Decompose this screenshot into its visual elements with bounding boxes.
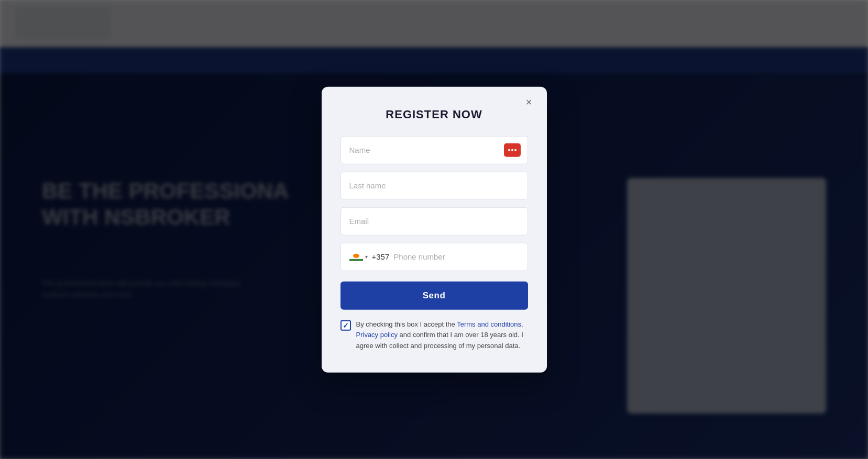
cyprus-flag-icon [349,252,363,261]
phone-field-container: ▾ +357 [340,242,528,271]
terms-text: By checking this box I accept the Terms … [356,319,528,351]
chat-icon [504,143,521,156]
svg-rect-2 [349,259,363,260]
lastname-field-wrapper [340,171,528,199]
terms-link[interactable]: Terms and conditions [457,320,521,328]
dropdown-chevron-icon: ▾ [365,254,368,260]
terms-row: ✓ By checking this box I accept the Term… [340,319,528,351]
phone-input[interactable] [393,252,519,261]
privacy-link[interactable]: Privacy policy [356,331,398,339]
checkmark-icon: ✓ [343,321,349,329]
name-input-container [340,136,528,164]
modal-title: REGISTER NOW [340,107,528,121]
phone-field-wrapper: ▾ +357 [340,242,528,271]
country-code-selector[interactable]: ▾ [349,252,368,261]
phone-code-label: +357 [372,252,390,261]
terms-checkbox-wrapper[interactable]: ✓ [340,320,351,330]
lastname-input[interactable] [340,171,528,199]
name-input[interactable] [340,136,528,164]
close-button[interactable]: × [522,95,536,109]
dot1 [508,149,510,151]
email-field-wrapper [340,207,528,235]
register-modal: × REGISTER NOW [322,86,547,372]
send-button[interactable]: Send [340,281,528,309]
dot2 [511,149,513,151]
name-field-wrapper [340,136,528,164]
dot3 [514,149,517,151]
svg-point-1 [353,254,359,258]
svg-rect-3 [349,260,363,261]
terms-checkbox[interactable]: ✓ [340,320,351,330]
email-input[interactable] [340,207,528,235]
